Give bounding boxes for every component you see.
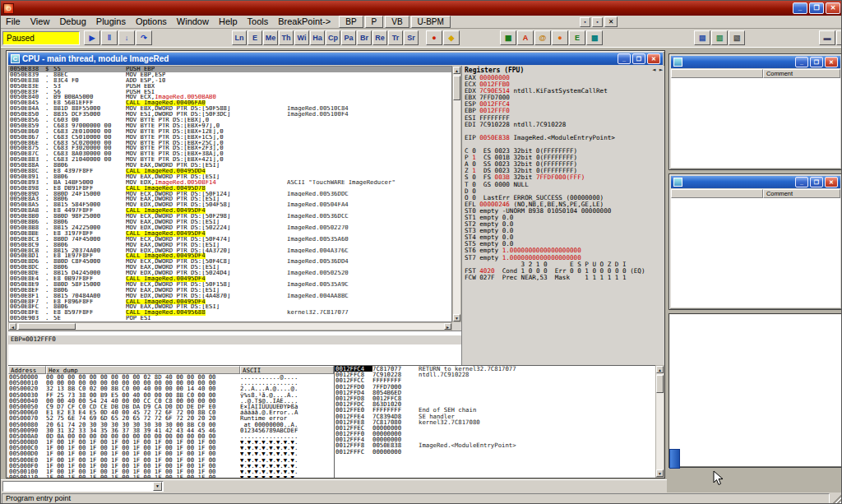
- stack-scroll-thumb[interactable]: [656, 375, 664, 393]
- disasm-row[interactable]: 0050E8D6.8B0D C8F45000MOV ECX,DWORD PTR …: [9, 259, 451, 265]
- toolbar-plugin-analyze-button[interactable]: A: [517, 30, 534, 45]
- stack-row[interactable]: 0012FFD80012FFC8: [335, 395, 655, 401]
- menu-item-tools[interactable]: Tools: [243, 16, 274, 27]
- disasm-vscrollbar[interactable]: ▲ ▼: [452, 66, 461, 322]
- toolbar-mini-pane-a-button[interactable]: ▬: [819, 30, 835, 45]
- stack-row[interactable]: 0012FFE47C8394D8SE handler: [335, 414, 655, 419]
- disasm-row[interactable]: 0050E891.8B06MOV EAX,DWORD PTR DS:[ESI]: [9, 174, 451, 180]
- stack-scroll-down-icon[interactable]: ▼: [656, 469, 664, 477]
- disasm-row[interactable]: 0050E8F1.8B15 70484A00MOV EDX,DWORD PTR …: [9, 294, 451, 299]
- disasm-row[interactable]: 0050E898.E8 DB91F8FFCALL ImageRed.00495D…: [9, 186, 451, 192]
- disasm-row[interactable]: 0050E867.C683 C5010000 00MOV BYTE PTR DS…: [9, 135, 451, 141]
- dump-row[interactable]: 005001001F 00 1F 00 1F 00 1F 00 1F 00 1F…: [8, 469, 334, 474]
- scroll-right-icon[interactable]: ►: [444, 323, 451, 330]
- disassembly-pane[interactable]: 0050E838$55PUSH EBP0050E839.8BECMOV EBP,…: [8, 66, 452, 322]
- register-line[interactable]: EBX 7FFD7000: [462, 95, 664, 101]
- disasm-scroll-thumb[interactable]: [453, 76, 460, 100]
- stack-row[interactable]: 0012FFEC00000000: [335, 425, 655, 431]
- disasm-row[interactable]: 0050E875.C683 F3020000 00MOV BYTE PTR DS…: [9, 146, 451, 151]
- stack-scroll-up-icon[interactable]: ▲: [656, 366, 664, 373]
- menu-item-breakpoint[interactable]: BreakPoint->: [273, 16, 335, 27]
- disasm-row[interactable]: 0050E8F7.E8 F896F8FFCALL ImageRed.00495D…: [9, 299, 451, 305]
- cpu-minimize-button[interactable]: _: [618, 53, 631, 64]
- toolbar-dock-toolbar-b-button[interactable]: ▥: [711, 30, 728, 45]
- toolbar-step-into-button[interactable]: ↓: [118, 30, 135, 45]
- dump-pane[interactable]: Address Hex dump ASCII 0050000000 00 00 …: [8, 365, 334, 478]
- dump-row[interactable]: 005000A00D 0A 00 00 00 00 00 00 00 00 00…: [8, 433, 334, 439]
- toolbar-executables-window-button[interactable]: E: [248, 30, 262, 45]
- register-line[interactable]: EIP 0050E838 ImageRed.<ModuleEntryPoint>: [462, 135, 664, 141]
- scroll-up-icon[interactable]: ▲: [453, 67, 460, 74]
- toolbar-source-window-button[interactable]: Sr: [404, 30, 419, 45]
- dump-row[interactable]: 0050009030 31 32 33 34 35 36 37 38 39 41…: [8, 428, 334, 433]
- resize-grip[interactable]: [832, 494, 842, 504]
- toolbar-plugin-window-button[interactable]: ▦: [500, 30, 516, 45]
- command-combo-input[interactable]: [2, 481, 164, 492]
- register-line[interactable]: ST3 empty 0.0: [462, 228, 664, 234]
- register-line[interactable]: ECX 0012FFB0: [462, 81, 664, 88]
- disasm-row[interactable]: 0050E8C3.8B0D 74F45000MOV ECX,DWORD PTR …: [9, 237, 451, 243]
- disasm-row[interactable]: 0050E8AB.E8 4497F8FFCALL ImageRed.00495D…: [9, 208, 451, 214]
- mdi-close-button[interactable]: ✕: [604, 16, 618, 27]
- register-line[interactable]: T 0 GS 0000 NULL: [462, 182, 664, 188]
- app-title-bar[interactable]: O _ ❐ ✕: [1, 1, 842, 16]
- menu-button-p[interactable]: P: [365, 16, 384, 28]
- toolbar-windows-window-button[interactable]: Wi: [294, 30, 309, 45]
- disasm-row[interactable]: 0050E8B6.8B06MOV EAX,DWORD PTR DS:[ESI]: [9, 220, 451, 225]
- register-line[interactable]: ESP 0012FFC4: [462, 101, 664, 108]
- register-line[interactable]: ST1 empty 0.0: [462, 215, 664, 221]
- toolbar-references-window-button[interactable]: Re: [372, 30, 387, 45]
- pager-right-icon[interactable]: ►: [659, 67, 663, 73]
- toolbar-dock-toolbar-c-button[interactable]: ▧: [729, 30, 745, 45]
- disasm-row[interactable]: 0050E8C9.8B06MOV EAX,DWORD PTR DS:[ESI]: [9, 243, 451, 248]
- register-line[interactable]: O 0 LastErr ERROR_SUCCESS (00000000): [462, 195, 664, 201]
- disasm-row[interactable]: 0050E839.8BECMOV EBP,ESP: [9, 72, 451, 78]
- dump-row[interactable]: 0050004000 00 40 00 54 24 40 00 00 CC C0…: [8, 398, 334, 404]
- disasm-row[interactable]: 0050E845.E8 56B1EFFFCALL ImageRed.00406F…: [9, 100, 451, 106]
- register-line[interactable]: EDI 7C910228 ntdll.7C910228: [462, 122, 664, 128]
- toolbar-hit-trace-button[interactable]: ◆: [443, 30, 460, 45]
- toolbar-mini-pane-b-button[interactable]: ▭: [836, 30, 842, 45]
- side-middle-body[interactable]: [671, 198, 840, 307]
- side-window-bottom[interactable]: [669, 313, 842, 468]
- register-line[interactable]: ST5 empty 0.0: [462, 241, 664, 247]
- register-line[interactable]: ST4 empty 0.0: [462, 234, 664, 241]
- dump-row[interactable]: 00500030FF 25 73 38 00 B9 E5 00 40 00 00…: [8, 392, 334, 398]
- dump-row[interactable]: 005000C01F 00 1F 00 1F 00 1F 00 1F 00 1F…: [8, 445, 334, 451]
- toolbar-plugin-exceptions-button[interactable]: E: [569, 30, 585, 45]
- side-mid-minimize-button[interactable]: _: [795, 177, 808, 187]
- stack-row[interactable]: 0012FFFC00000000: [335, 449, 655, 455]
- dump-row[interactable]: 00500060E1 E2 E3 E4 E5 0D 40 00 45 72 72…: [8, 409, 334, 415]
- disasm-row[interactable]: 0050E86E.C683 5C020000 00MOV BYTE PTR DS…: [9, 141, 451, 146]
- register-line[interactable]: C 0 ES 0023 32bit 0(FFFFFFFF): [462, 148, 664, 155]
- dump-row[interactable]: 0050002032 13 8B C0 02 00 8B C0 00 40 00…: [8, 386, 334, 391]
- register-line[interactable]: EAX 00000000: [462, 75, 664, 81]
- disasm-row[interactable]: 0050E83B.83C4 F0ADD ESP,-10: [9, 78, 451, 84]
- disasm-row[interactable]: 0050E8DE.8B15 D4245000MOV EDX,DWORD PTR …: [9, 270, 451, 276]
- disasm-row[interactable]: 0050E8CB.8B15 20374A00MOV EDX,DWORD PTR …: [9, 248, 451, 254]
- cpu-maximize-button[interactable]: ❐: [632, 53, 645, 64]
- disasm-row[interactable]: 0050E87C.C683 8A030000 00MOV BYTE PTR DS…: [9, 151, 451, 157]
- dump-row[interactable]: 0050007052 75 6E 74 69 6D 65 20 65 72 72…: [8, 415, 334, 421]
- menu-item-plugins[interactable]: Plugins: [91, 16, 131, 27]
- cpu-close-button[interactable]: ✕: [647, 53, 660, 64]
- register-line[interactable]: D 0: [462, 188, 664, 195]
- disasm-row[interactable]: 0050E8BE.E8 3197F8FFCALL ImageRed.00495D…: [9, 231, 451, 237]
- stack-row[interactable]: 0012FFD07FFD7000: [335, 384, 655, 390]
- disasm-row[interactable]: 0050E88C.E8 4397F8FFCALL ImageRed.00495D…: [9, 169, 451, 174]
- disasm-row[interactable]: 0050E8FC.8B06MOV EAX,DWORD PTR DS:[ESI]: [9, 304, 451, 310]
- side-window-top-title-bar[interactable]: _ ❐ ✕: [671, 56, 840, 68]
- scroll-down-icon[interactable]: ▼: [453, 314, 460, 321]
- register-line[interactable]: ST6 empty 1.0000000000000000000: [462, 247, 664, 254]
- toolbar-run-trace-window-button[interactable]: Tr: [388, 30, 403, 45]
- register-line[interactable]: [462, 141, 664, 148]
- toolbar-plugin-map-button[interactable]: ▩: [586, 30, 603, 45]
- disasm-row[interactable]: 0050E8E9.8B0D 58F15000MOV ECX,DWORD PTR …: [9, 282, 451, 288]
- stack-row[interactable]: 0012FFF80050E838ImageRed.<ModuleEntryPoi…: [335, 442, 655, 448]
- disasm-row[interactable]: 0050E83F.56PUSH ESI: [9, 90, 451, 95]
- dump-row[interactable]: 005000F01F 00 1F 00 1F 00 1F 00 1F 00 1F…: [8, 463, 334, 469]
- dump-row[interactable]: 005000D01F 00 1F 00 1F 00 1F 00 1F 00 1F…: [8, 451, 334, 456]
- disasm-row[interactable]: 0050E893.BA 14BF5000MOV EDX,ImageRed.005…: [9, 180, 451, 186]
- toolbar-threads-window-button[interactable]: Th: [279, 30, 294, 45]
- stack-row[interactable]: 0012FFD48054B6ED: [335, 390, 655, 395]
